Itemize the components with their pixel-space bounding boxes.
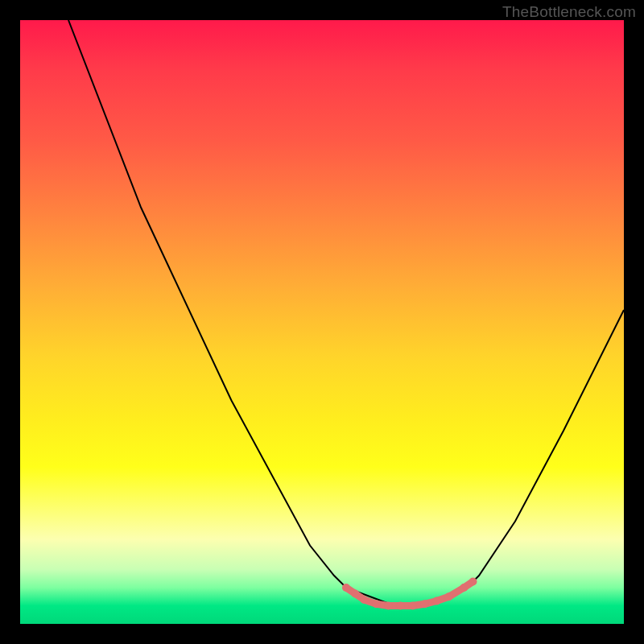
valley-marker-dot <box>469 578 477 586</box>
valley-marker-dot <box>351 590 359 598</box>
curve-layer <box>68 20 624 606</box>
valley-marker-dot <box>373 600 381 608</box>
valley-marker-dot <box>342 584 350 592</box>
valley-marker-dot <box>385 602 393 610</box>
valley-marker-dot <box>397 602 405 610</box>
valley-marker-dot <box>409 602 417 610</box>
outer-frame: TheBottleneck.com <box>0 0 644 644</box>
chart-svg <box>20 20 624 624</box>
watermark-text: TheBottleneck.com <box>502 3 636 21</box>
bottleneck-curve-path <box>68 20 624 606</box>
valley-marker-dot <box>433 597 441 605</box>
valley-marker-dot <box>361 596 369 604</box>
valley-marker-dot <box>445 592 453 601</box>
plot-area <box>20 20 624 624</box>
valley-marker-dot <box>460 584 468 592</box>
valley-marker-dot <box>421 600 429 608</box>
